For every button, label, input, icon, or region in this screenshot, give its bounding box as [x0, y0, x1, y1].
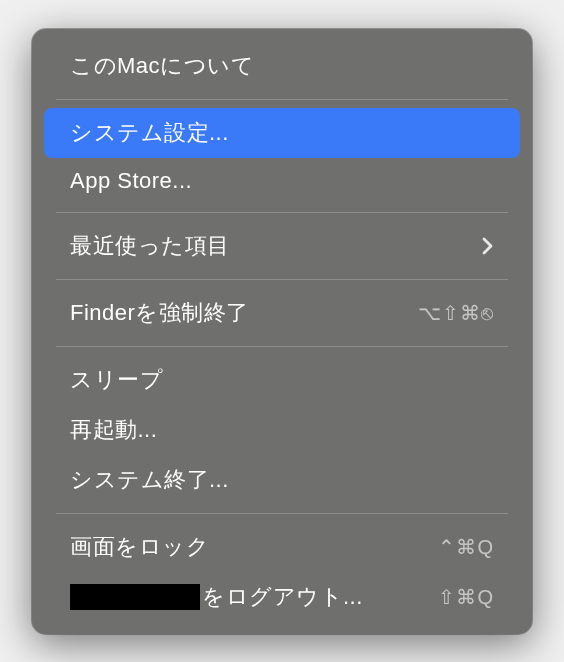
menu-item-app-store[interactable]: App Store... [44, 158, 520, 204]
menu-item-label: システム設定... [70, 118, 229, 148]
menu-separator [56, 346, 508, 347]
keyboard-shortcut: ⌃⌘Q [438, 535, 494, 559]
menu-item-sleep[interactable]: スリープ [44, 355, 520, 405]
menu-item-label: Finderを強制終了 [70, 298, 249, 328]
menu-item-lock-screen[interactable]: 画面をロック ⌃⌘Q [44, 522, 520, 572]
menu-item-shutdown[interactable]: システム終了... [44, 455, 520, 505]
menu-item-about-this-mac[interactable]: このMacについて [44, 41, 520, 91]
menu-item-force-quit[interactable]: Finderを強制終了 ⌥⇧⌘⎋ [44, 288, 520, 338]
menu-separator [56, 212, 508, 213]
keyboard-shortcut: ⌥⇧⌘⎋ [418, 301, 494, 325]
menu-separator [56, 513, 508, 514]
menu-item-label: App Store... [70, 168, 192, 194]
menu-item-label: 画面をロック [70, 532, 209, 562]
menu-separator [56, 279, 508, 280]
menu-item-label: 再起動... [70, 415, 157, 445]
redacted-username [70, 584, 200, 610]
chevron-right-icon [482, 237, 494, 255]
menu-item-recent-items[interactable]: 最近使った項目 [44, 221, 520, 271]
menu-item-label: このMacについて [70, 51, 254, 81]
apple-menu: このMacについて システム設定... App Store... 最近使った項目… [32, 29, 532, 634]
menu-item-system-settings[interactable]: システム設定... [44, 108, 520, 158]
menu-separator [56, 99, 508, 100]
keyboard-shortcut: ⇧⌘Q [438, 585, 494, 609]
menu-item-label: システム終了... [70, 465, 229, 495]
logout-suffix: をログアウト... [202, 582, 363, 612]
menu-item-restart[interactable]: 再起動... [44, 405, 520, 455]
menu-item-label: 最近使った項目 [70, 231, 230, 261]
menu-item-label: スリープ [70, 365, 163, 395]
menu-item-logout[interactable]: をログアウト... ⇧⌘Q [44, 572, 520, 622]
menu-item-label: をログアウト... [70, 582, 363, 612]
